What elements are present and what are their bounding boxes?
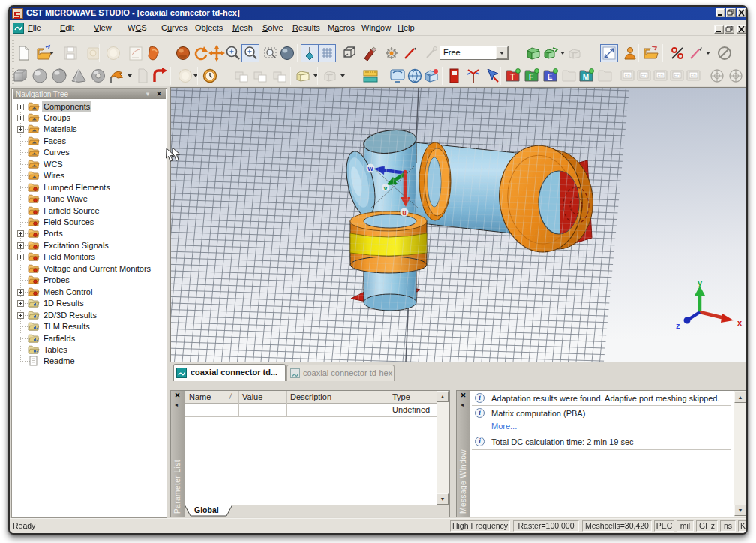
- svg-text:v: v: [383, 184, 387, 192]
- svg-text:FD: FD: [674, 74, 681, 78]
- svg-text:x: x: [737, 318, 742, 327]
- svg-text:M: M: [583, 73, 589, 81]
- svg-text:z: z: [676, 321, 680, 330]
- svg-text:T: T: [510, 73, 514, 81]
- svg-text:F: F: [529, 73, 533, 81]
- svg-text:FD: FD: [641, 74, 648, 78]
- svg-text:FD: FD: [625, 74, 632, 78]
- svg-text:E: E: [548, 73, 553, 81]
- svg-text:FD: FD: [658, 74, 664, 78]
- svg-text:FD: FD: [691, 74, 698, 78]
- svg-text:y: y: [698, 278, 703, 287]
